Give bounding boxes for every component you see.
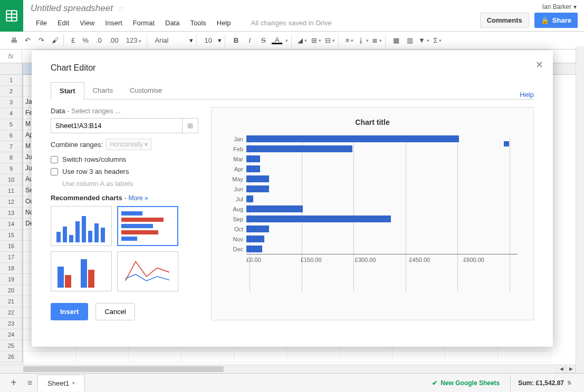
comments-button[interactable]: Comments: [480, 13, 529, 28]
bold-button[interactable]: B: [231, 35, 241, 46]
range-picker-icon[interactable]: ⊞: [182, 119, 198, 133]
row-header[interactable]: 20: [0, 285, 23, 296]
rec-chart-grouped-column[interactable]: [51, 251, 112, 291]
font-size-select[interactable]: 10: [202, 36, 214, 44]
star-icon[interactable]: ☆: [117, 4, 124, 13]
print-icon[interactable]: 🖶: [8, 35, 19, 46]
row-header[interactable]: 26: [0, 351, 23, 362]
checkbox[interactable]: [51, 168, 58, 175]
menu-insert[interactable]: Insert: [100, 17, 128, 29]
row-header[interactable]: 22: [0, 307, 23, 318]
percent-button[interactable]: %: [80, 36, 91, 44]
row-header[interactable]: 24: [0, 329, 23, 340]
scrollbar-thumb[interactable]: [23, 366, 224, 372]
row-header[interactable]: 23: [0, 318, 23, 329]
fill-color-button[interactable]: ◢: [297, 35, 308, 46]
functions-icon[interactable]: Σ: [432, 35, 443, 46]
row-header[interactable]: 6: [0, 130, 23, 141]
menu-format[interactable]: Format: [128, 17, 160, 29]
insert-chart-icon[interactable]: ▥: [405, 35, 415, 46]
insert-link-icon[interactable]: ▦: [391, 35, 401, 46]
font-select[interactable]: Arial: [152, 36, 170, 44]
checkbox[interactable]: [51, 156, 58, 163]
cell[interactable]: [287, 351, 340, 362]
sheets-logo[interactable]: [0, 0, 23, 32]
number-format-button[interactable]: 123: [124, 36, 144, 44]
row-header[interactable]: 9: [0, 163, 23, 174]
italic-button[interactable]: I: [244, 35, 255, 46]
menu-file[interactable]: File: [31, 17, 52, 29]
menu-view[interactable]: View: [74, 17, 100, 29]
row-header[interactable]: 15: [0, 230, 23, 241]
share-button[interactable]: 🔒 Share: [534, 13, 578, 28]
row-header[interactable]: 2: [0, 86, 23, 97]
switch-rows-checkbox[interactable]: Switch rows/columns: [51, 155, 198, 163]
scrollbar-horizontal[interactable]: [0, 365, 557, 373]
cell[interactable]: [340, 351, 392, 362]
menu-edit[interactable]: Edit: [52, 17, 74, 29]
rec-chart-line[interactable]: [117, 251, 178, 291]
menu-data[interactable]: Data: [160, 17, 185, 29]
row-header[interactable]: 19: [0, 274, 23, 285]
help-link[interactable]: Help: [520, 91, 534, 99]
cell[interactable]: [181, 351, 234, 362]
row-header[interactable]: 5: [0, 119, 23, 130]
row-header[interactable]: 4: [0, 108, 23, 119]
select-all-corner[interactable]: [0, 63, 23, 75]
rec-chart-column[interactable]: [51, 206, 112, 246]
cell[interactable]: [445, 351, 498, 362]
row-header[interactable]: 16: [0, 241, 23, 252]
insert-button[interactable]: Insert: [51, 303, 88, 320]
combine-select[interactable]: Horizontally ▾: [106, 139, 151, 150]
scrollbar-vertical[interactable]: [576, 46, 584, 373]
borders-button[interactable]: ⊞: [311, 35, 321, 46]
wrap-button[interactable]: ≣: [371, 35, 382, 46]
cell[interactable]: [234, 351, 287, 362]
sheet-tab[interactable]: Sheet1 ▾: [37, 375, 85, 391]
cell[interactable]: [23, 351, 76, 362]
row-header[interactable]: 12: [0, 197, 23, 208]
tab-charts[interactable]: Charts: [84, 82, 121, 99]
row-header[interactable]: 25: [0, 340, 23, 351]
row-header[interactable]: 10: [0, 174, 23, 185]
more-link[interactable]: More »: [128, 194, 148, 202]
row-header[interactable]: 7: [0, 141, 23, 152]
row-header[interactable]: 13: [0, 208, 23, 219]
tab-customise[interactable]: Customise: [121, 82, 170, 99]
scroll-right-arrow-icon[interactable]: ▶: [566, 365, 576, 373]
row-header[interactable]: 3: [0, 97, 23, 108]
row-header[interactable]: 1: [0, 75, 23, 86]
filter-icon[interactable]: ▼: [418, 35, 429, 46]
undo-icon[interactable]: ↶: [22, 35, 33, 46]
doc-title[interactable]: Untitled spreadsheet: [31, 3, 113, 14]
close-icon[interactable]: ✕: [535, 59, 543, 71]
rec-chart-bar[interactable]: [117, 206, 178, 246]
row-header[interactable]: 21: [0, 296, 23, 307]
row-header[interactable]: 18: [0, 263, 23, 274]
dec-decrease-button[interactable]: .0: [94, 36, 104, 44]
row-header[interactable]: 11: [0, 185, 23, 197]
row-header[interactable]: 14: [0, 219, 23, 230]
cell[interactable]: [498, 351, 551, 362]
cell[interactable]: [129, 351, 181, 362]
h-align-button[interactable]: ≡: [344, 35, 355, 46]
row-header[interactable]: 8: [0, 152, 23, 163]
cell[interactable]: [392, 351, 445, 362]
menu-tools[interactable]: Tools: [185, 17, 211, 29]
menu-help[interactable]: Help: [212, 17, 236, 29]
strike-button[interactable]: S: [258, 35, 269, 46]
cell[interactable]: [76, 351, 129, 362]
use-headers-checkbox[interactable]: Use row 3 as headers: [51, 168, 198, 175]
scroll-left-arrow-icon[interactable]: ◀: [557, 365, 566, 373]
all-sheets-button[interactable]: ≡: [22, 378, 37, 388]
user-menu[interactable]: Ian Barker ▾: [542, 3, 577, 11]
redo-icon[interactable]: ↷: [36, 35, 46, 46]
dec-increase-button[interactable]: .00: [107, 36, 121, 44]
merge-button[interactable]: ⊟: [324, 35, 335, 46]
currency-button[interactable]: £: [69, 36, 77, 44]
v-align-button[interactable]: ⭳: [358, 35, 368, 46]
sum-display[interactable]: Sum: £1,542.87 ⇅: [510, 375, 579, 391]
new-sheets-badge[interactable]: ✔ New Google Sheets: [432, 379, 510, 387]
text-color-button[interactable]: A: [272, 36, 282, 44]
range-input[interactable]: [51, 119, 182, 133]
